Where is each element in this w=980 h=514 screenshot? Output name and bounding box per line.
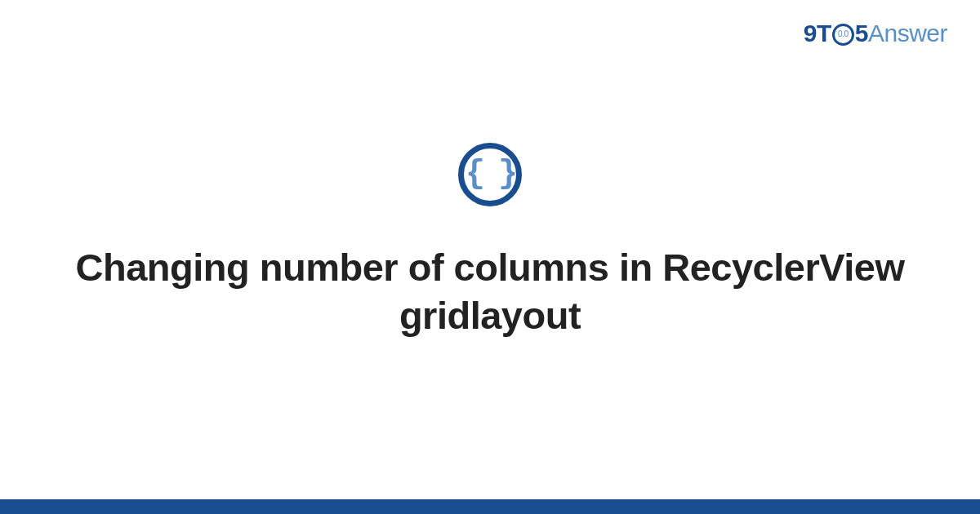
site-logo: 9T 0.0 5 Answer: [804, 20, 947, 47]
logo-ring-icon: 0.0: [832, 24, 854, 46]
logo-text-9t: 9T: [804, 20, 831, 47]
main-content: { } Changing number of columns in Recycl…: [0, 143, 980, 340]
footer-accent-bar: [0, 499, 980, 514]
page-title: Changing number of columns in RecyclerVi…: [65, 244, 915, 340]
code-braces-icon: { }: [458, 143, 522, 206]
logo-text-5: 5: [855, 20, 868, 47]
logo-ring-inner-text: 0.0: [838, 30, 848, 38]
braces-glyph: { }: [466, 158, 514, 191]
logo-text-answer: Answer: [868, 20, 947, 47]
